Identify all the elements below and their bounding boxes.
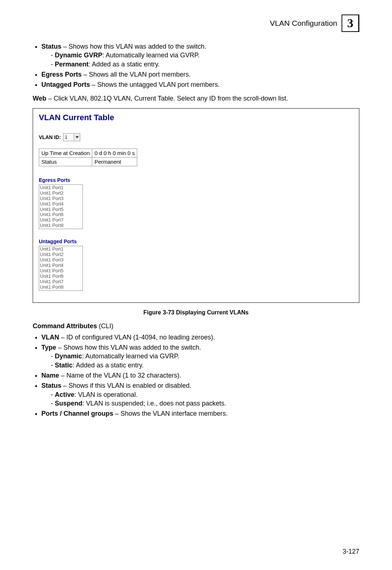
list-item[interactable]: Unit1 Port6: [40, 212, 82, 217]
cli-status-desc: – Shows if this VLAN is enabled or disab…: [61, 382, 191, 389]
egress-bullet: Egress Ports – Shows all the VLAN port m…: [41, 70, 359, 79]
cli-dynamic-line: - Dynamic: Automatically learned via GVR…: [51, 352, 359, 361]
info-table: Up Time at Creation 0 d 0 h 0 min 0 s St…: [39, 148, 137, 166]
web-instruction: Web – Click VLAN, 802.1Q VLAN, Current T…: [33, 94, 359, 103]
chapter-number-badge: 3: [342, 15, 359, 32]
list-item[interactable]: Unit1 Port3: [40, 196, 82, 201]
figure-caption: Figure 3-73 Displaying Current VLANs: [33, 309, 359, 316]
uptime-label: Up Time at Creation: [39, 148, 92, 157]
cli-name-bullet: Name – Name of the VLAN (1 to 32 charact…: [41, 371, 359, 380]
chevron-down-icon[interactable]: [74, 134, 80, 141]
permanent-term: Permanent: [55, 61, 89, 68]
command-attributes-heading: Command Attributes (CLI): [33, 322, 359, 330]
cli-active-desc: : VLAN is operational.: [74, 391, 138, 398]
list-item[interactable]: Unit1 Port2: [40, 252, 82, 257]
vlan-id-value: 1: [64, 135, 74, 140]
uptime-value: 0 d 0 h 0 min 0 s: [92, 148, 137, 157]
list-item[interactable]: Unit1 Port7: [40, 279, 82, 285]
list-item[interactable]: Unit1 Port2: [40, 191, 82, 196]
cli-active-term: Active: [55, 391, 74, 398]
cli-vlan-bullet: VLAN – ID of configured VLAN (1-4094, no…: [41, 333, 359, 342]
panel-title: VLAN Current Table: [39, 113, 353, 122]
permanent-desc: : Added as a static entry.: [89, 61, 160, 68]
cli-status-term: Status: [41, 382, 61, 389]
cli-ports-bullet: Ports / Channel groups – Shows the VLAN …: [41, 409, 359, 418]
header-title: VLAN Configuration: [270, 19, 337, 28]
cli-suspend-term: Suspend: [55, 400, 82, 407]
vlan-id-row: VLAN ID: 1: [39, 133, 353, 141]
vlan-id-select[interactable]: 1: [63, 133, 81, 141]
cmd-attr-paren: (CLI): [97, 322, 113, 330]
list-item[interactable]: Unit1 Port8: [40, 285, 82, 290]
status-bullet: Status – Shows how this VLAN was added t…: [41, 42, 359, 69]
vlan-current-table-panel: VLAN Current Table VLAN ID: 1 Up Time at…: [33, 108, 359, 303]
cli-dynamic-term: Dynamic: [55, 353, 82, 360]
list-item[interactable]: Unit1 Port1: [40, 247, 82, 252]
cli-static-desc: : Added as a static entry.: [73, 362, 144, 369]
egress-desc: Shows all the VLAN port members.: [89, 71, 191, 78]
egress-ports-label: Egress Ports: [39, 177, 353, 183]
table-row: Up Time at Creation 0 d 0 h 0 min 0 s: [39, 148, 137, 157]
cli-vlan-desc: – ID of configured VLAN (1-4094, no lead…: [59, 334, 215, 341]
vlan-id-label: VLAN ID:: [39, 134, 61, 140]
page-header: VLAN Configuration 3: [33, 15, 359, 32]
list-item[interactable]: Unit1 Port7: [40, 217, 82, 223]
cli-bullet-list: VLAN – ID of configured VLAN (1-4094, no…: [33, 333, 359, 418]
page-number: 3-127: [343, 548, 359, 555]
list-item[interactable]: Unit1 Port3: [40, 257, 82, 263]
cli-vlan-term: VLAN: [41, 334, 59, 341]
cli-suspend-desc: : VLAN is suspended; i.e., does not pass…: [82, 400, 226, 407]
dynamic-gvrp-line: - Dynamic GVRP: Automatically learned vi…: [51, 51, 359, 60]
web-lead: Web: [33, 95, 46, 102]
egress-term: Egress Ports: [41, 71, 82, 78]
dynamic-gvrp-desc: : Automatically learned via GVRP.: [102, 52, 200, 59]
list-item[interactable]: Unit1 Port8: [40, 223, 82, 228]
cli-status-bullet: Status – Shows if this VLAN is enabled o…: [41, 381, 359, 408]
status-sep: –: [61, 43, 69, 50]
status-value-cell: Permanent: [92, 157, 137, 166]
cli-ports-term: Ports / Channel groups: [41, 410, 113, 417]
untagged-desc: Shows the untagged VLAN port members.: [97, 81, 220, 88]
cli-type-bullet: Type – Shows how this VLAN was added to …: [41, 343, 359, 370]
cli-name-term: Name: [41, 372, 59, 379]
cli-dynamic-desc: : Automatically learned via GVRP.: [82, 353, 179, 360]
untagged-ports-label: Untagged Ports: [39, 239, 353, 244]
cli-active-line: - Active: VLAN is operational.: [51, 390, 359, 399]
web-rest: – Click VLAN, 802.1Q VLAN, Current Table…: [46, 95, 288, 102]
cli-type-term: Type: [41, 344, 56, 351]
untagged-term: Untagged Ports: [41, 81, 90, 88]
dynamic-gvrp-term: Dynamic GVRP: [55, 52, 102, 59]
status-desc: Shows how this VLAN was added to the swi…: [69, 43, 206, 50]
cli-static-term: Static: [55, 362, 73, 369]
cli-type-desc: – Shows how this VLAN was added to the s…: [56, 344, 201, 351]
cmd-attr-lead: Command Attributes: [33, 322, 97, 330]
list-item[interactable]: Unit1 Port5: [40, 268, 82, 274]
cli-name-desc: – Name of the VLAN (1 to 32 characters).: [59, 372, 181, 379]
status-label-cell: Status: [39, 157, 92, 166]
egress-ports-listbox[interactable]: Unit1 Port1 Unit1 Port2 Unit1 Port3 Unit…: [39, 184, 83, 229]
list-item[interactable]: Unit1 Port4: [40, 201, 82, 207]
status-term: Status: [41, 43, 61, 50]
cli-ports-desc: – Shows the VLAN interface members.: [113, 410, 228, 417]
cli-suspend-line: - Suspend: VLAN is suspended; i.e., does…: [51, 399, 359, 408]
untagged-sep: –: [90, 81, 97, 88]
untagged-ports-listbox[interactable]: Unit1 Port1 Unit1 Port2 Unit1 Port3 Unit…: [39, 246, 83, 291]
list-item[interactable]: Unit1 Port4: [40, 263, 82, 268]
list-item[interactable]: Unit1 Port5: [40, 207, 82, 212]
egress-sep: –: [82, 71, 89, 78]
list-item[interactable]: Unit1 Port6: [40, 274, 82, 279]
permanent-line: - Permanent: Added as a static entry.: [51, 60, 359, 69]
top-bullet-list: Status – Shows how this VLAN was added t…: [33, 42, 359, 89]
table-row: Status Permanent: [39, 157, 137, 166]
list-item[interactable]: Unit1 Port1: [40, 185, 82, 191]
cli-static-line: - Static: Added as a static entry.: [51, 361, 359, 370]
untagged-bullet: Untagged Ports – Shows the untagged VLAN…: [41, 80, 359, 89]
